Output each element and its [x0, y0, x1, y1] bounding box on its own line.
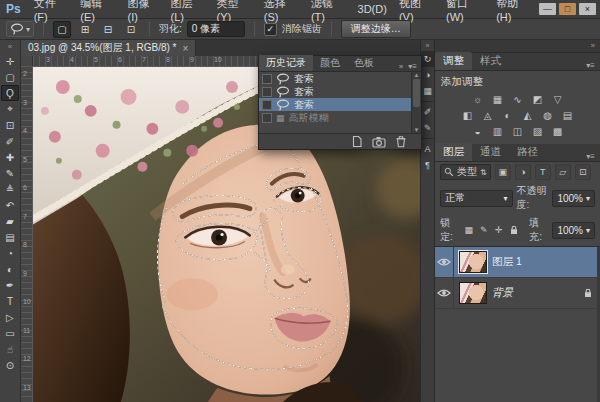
black-white-icon[interactable]: ◐ — [499, 108, 516, 122]
set-source-checkbox[interactable] — [262, 100, 272, 110]
tool-zoom[interactable]: ⊙ — [1, 357, 19, 373]
tool-shape[interactable]: ▭ — [1, 325, 19, 341]
tool-type[interactable]: T — [1, 293, 19, 309]
filter-adjustment-layers-icon[interactable]: ◑ — [515, 164, 531, 180]
tool-pen[interactable]: ✒ — [1, 277, 19, 293]
visibility-eye-icon[interactable] — [435, 247, 454, 277]
panel-menu-icon[interactable]: ▾≡ — [581, 61, 600, 70]
history-scrollbar[interactable]: ▲ ▼ — [411, 72, 421, 133]
expand-panels-icon[interactable]: » — [426, 40, 430, 51]
brightness-contrast-icon[interactable]: ☼ — [469, 92, 486, 106]
lock-all-icon[interactable] — [508, 224, 519, 237]
minimize-button[interactable]: — — [539, 3, 556, 15]
posterize-icon[interactable]: ▥ — [489, 124, 506, 138]
tool-blur[interactable]: ◔ — [1, 245, 19, 261]
tab-channels[interactable]: 通道 — [472, 143, 509, 161]
threshold-icon[interactable]: ◫ — [509, 124, 526, 138]
color-lookup-icon[interactable]: ▤ — [559, 108, 576, 122]
lock-image-pixels-icon[interactable]: ✎ — [478, 224, 489, 237]
panel-menu-icon[interactable]: ▾≡ — [581, 152, 600, 161]
filter-smart-objects-icon[interactable]: ⊡ — [575, 164, 591, 180]
menu-help[interactable]: 帮助(H) — [491, 0, 537, 23]
tab-history[interactable]: 历史记录 — [259, 55, 313, 71]
invert-icon[interactable]: ◒ — [469, 124, 486, 138]
refine-edge-button[interactable]: 调整边缘… — [341, 20, 411, 38]
maximize-button[interactable]: □ — [559, 3, 576, 15]
swatches-panel-icon[interactable]: ▦ — [421, 83, 434, 99]
layer-row-background[interactable]: 背景 — [435, 278, 600, 309]
tab-styles[interactable]: 样式 — [472, 52, 509, 70]
history-panel-icon[interactable]: ↻ — [421, 51, 434, 67]
lock-transparent-pixels-icon[interactable]: ▦ — [463, 224, 474, 237]
tool-eraser[interactable]: ▰ — [1, 213, 19, 229]
toolbar-collapse-icon[interactable]: « — [8, 40, 12, 53]
feather-input[interactable]: 0 像素 — [187, 21, 245, 37]
tool-marquee[interactable]: ▢ — [1, 69, 19, 85]
menu-3d[interactable]: 3D(D) — [353, 3, 392, 15]
levels-icon[interactable]: ▦ — [489, 92, 506, 106]
set-source-checkbox[interactable] — [262, 74, 272, 84]
selective-color-icon[interactable]: ▩ — [549, 124, 566, 138]
panel-menu-icon[interactable]: ▾≡ — [408, 62, 417, 71]
history-state-lasso-3[interactable]: 套索 — [259, 98, 421, 111]
lock-position-icon[interactable]: ✛ — [493, 224, 504, 237]
layer-filter-kind-select[interactable]: 类型 ⇅ — [440, 164, 491, 180]
color-balance-icon[interactable]: ◬ — [479, 108, 496, 122]
menu-image[interactable]: 图像(I) — [122, 0, 163, 23]
tool-move[interactable]: ✛ — [1, 53, 19, 69]
menu-edit[interactable]: 编辑(E) — [75, 0, 120, 23]
tool-eyedropper[interactable]: ✐ — [1, 133, 19, 149]
filter-shape-layers-icon[interactable]: ▱ — [555, 164, 571, 180]
menu-layer[interactable]: 图层(L) — [166, 0, 210, 23]
tool-gradient[interactable]: ▤ — [1, 229, 19, 245]
scroll-up-icon[interactable]: ▲ — [412, 72, 421, 78]
delete-state-trash-icon[interactable] — [395, 135, 407, 148]
tool-quick-selection[interactable]: ⌖ — [1, 101, 19, 117]
tool-hand[interactable]: ☝ — [1, 341, 19, 357]
add-to-selection-button[interactable]: ⊞ — [76, 21, 94, 38]
filter-pixel-layers-icon[interactable]: ▣ — [495, 164, 511, 180]
opacity-input[interactable]: 100% ▾ — [552, 190, 595, 207]
character-panel-icon[interactable]: A — [421, 141, 434, 157]
layer-row-layer1[interactable]: 图层 1 — [435, 247, 600, 278]
tool-preset-picker[interactable]: ▾ — [6, 21, 34, 37]
menu-file[interactable]: 文件(F) — [29, 0, 74, 23]
tool-brush[interactable]: ✎ — [1, 165, 19, 181]
vibrance-icon[interactable]: ▽ — [549, 92, 566, 106]
new-document-from-state-icon[interactable] — [350, 135, 363, 148]
collapse-to-icons-icon[interactable]: » — [399, 62, 403, 71]
fill-input[interactable]: 100% ▾ — [552, 222, 595, 239]
set-source-checkbox[interactable] — [262, 113, 272, 123]
new-selection-button[interactable]: ▢ — [53, 21, 71, 38]
subtract-from-selection-button[interactable]: ⊟ — [99, 21, 117, 38]
tab-layers[interactable]: 图层 — [435, 143, 472, 161]
menu-window[interactable]: 窗口(W) — [441, 0, 489, 23]
tab-adjustments[interactable]: 调整 — [435, 52, 472, 70]
layer-thumbnail[interactable] — [459, 251, 487, 273]
tool-dodge[interactable]: ◐ — [1, 261, 19, 277]
channel-mixer-icon[interactable]: ◍ — [539, 108, 556, 122]
photo-filter-icon[interactable]: ◭ — [519, 108, 536, 122]
new-snapshot-camera-icon[interactable] — [372, 136, 386, 148]
tool-healing-brush[interactable]: ✚ — [1, 149, 19, 165]
brush-presets-panel-icon[interactable]: ✎ — [421, 120, 434, 136]
gradient-map-icon[interactable]: ▨ — [529, 124, 546, 138]
menu-type[interactable]: 类型(Y) — [212, 0, 257, 23]
history-state-lasso-2[interactable]: 套索 — [259, 85, 421, 98]
layer-thumbnail[interactable] — [459, 282, 487, 304]
tool-lasso[interactable]: Ϙ — [1, 85, 19, 101]
close-button[interactable]: × — [579, 3, 596, 15]
intersect-selection-button[interactable]: ⊡ — [122, 21, 140, 38]
document-tab[interactable]: 03.jpg @ 34.5%(图层 1, RGB/8) * × — [21, 40, 196, 56]
menu-select[interactable]: 选择(S) — [259, 0, 304, 23]
history-state-undone[interactable]: ▦ 高斯模糊 — [259, 111, 421, 124]
tab-color[interactable]: 颜色 — [313, 55, 347, 71]
tool-crop[interactable]: ⊡ — [1, 117, 19, 133]
history-state-lasso-1[interactable]: 套索 — [259, 72, 421, 85]
filter-type-layers-icon[interactable]: T — [535, 164, 551, 180]
brush-panel-icon[interactable]: ✐ — [421, 104, 434, 120]
color-panel-icon[interactable]: ◑ — [421, 67, 434, 83]
hue-saturation-icon[interactable]: ◧ — [459, 108, 476, 122]
set-source-checkbox[interactable] — [262, 87, 272, 97]
blend-mode-select[interactable]: 正常 ▾ — [440, 190, 513, 207]
